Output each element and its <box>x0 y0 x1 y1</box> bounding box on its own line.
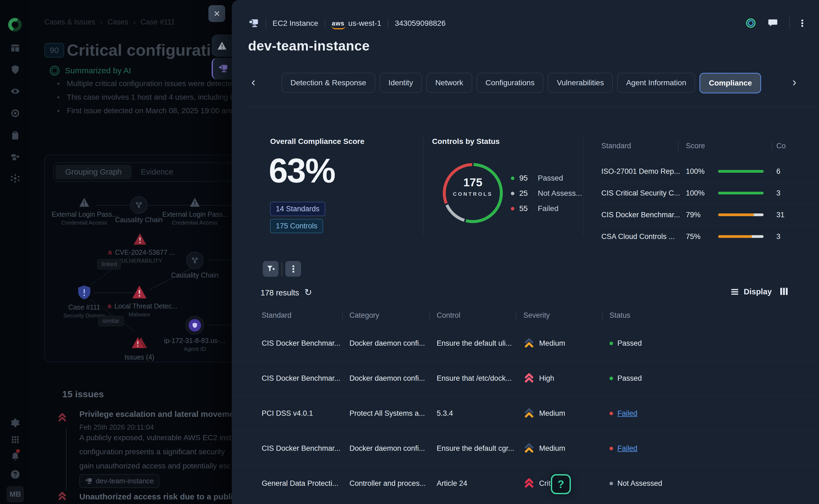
status-dot <box>610 342 613 345</box>
legend-item-failed: 55Failed <box>511 204 559 213</box>
breadcrumb-cases-issues[interactable]: Cases & Issues <box>44 18 95 26</box>
app-logo[interactable] <box>8 18 22 31</box>
results-count: 178 results <box>260 288 299 297</box>
warning-triangle-icon[interactable] <box>189 197 200 207</box>
standards-col-score: Score <box>686 142 705 150</box>
asset-drawer: EC2 Instance aws us-west-1 343059098826 … <box>232 0 819 504</box>
controls-table: Standard Category Control Severity Statu… <box>232 305 819 501</box>
col-status[interactable]: Status <box>610 311 819 320</box>
asset-tab-bar: ‹ Detection & Response Identity Network … <box>232 73 819 92</box>
ai-rings-icon[interactable] <box>745 18 756 29</box>
tabs-scroll-right-icon[interactable]: › <box>792 76 796 88</box>
table-row[interactable]: CIS Docker Benchmar... Docker daemon con… <box>232 361 819 396</box>
score-progress-bar <box>718 192 764 194</box>
tab-configurations[interactable]: Configurations <box>477 73 544 93</box>
divider <box>281 262 282 276</box>
failed-link[interactable]: Failed <box>617 409 638 418</box>
agent-node-icon[interactable] <box>186 316 204 335</box>
tab-detection-response[interactable]: Detection & Response <box>281 73 375 93</box>
tab-grouping-graph[interactable]: Grouping Graph <box>55 165 131 179</box>
settings-gear-icon[interactable] <box>9 417 21 429</box>
case-shield-icon[interactable] <box>77 285 92 300</box>
issue-title[interactable]: Privilege escalation and lateral movemen… <box>79 409 254 419</box>
columns-button[interactable] <box>780 287 788 297</box>
apps-grid-icon[interactable] <box>9 433 21 446</box>
sidebar-item-detection[interactable] <box>9 107 21 119</box>
asset-title: dev-team-instance <box>248 38 370 54</box>
more-options-kebab-icon[interactable] <box>801 19 803 28</box>
side-tab-asset[interactable] <box>212 58 233 80</box>
divider <box>789 17 790 29</box>
threat-triangle-icon[interactable] <box>131 285 147 299</box>
sidebar-item-inventory[interactable] <box>9 151 21 163</box>
severity-chevrons-icon <box>523 338 535 349</box>
graph-node-label: Issues (4) <box>107 353 172 361</box>
table-row[interactable]: CIS Docker Benchmar... Docker daemon con… <box>232 431 819 466</box>
graph-node-sublabel: Agent ID <box>162 346 227 352</box>
status-dot <box>610 377 613 380</box>
col-category[interactable]: Category <box>349 311 437 320</box>
causality-chain-icon[interactable] <box>186 252 203 269</box>
standards-count-badge[interactable]: 14 Standards <box>270 202 325 216</box>
sidebar-item-boards[interactable] <box>9 42 21 54</box>
table-row[interactable]: General Data Protecti... Controller and … <box>232 466 819 501</box>
summary-bullet: This case involves 1 host and 4 users, i… <box>57 93 247 102</box>
divider <box>265 18 266 28</box>
sidebar-item-cluster[interactable] <box>9 172 21 185</box>
tab-evidence[interactable]: Evidence <box>138 165 176 179</box>
causality-chain-icon[interactable] <box>130 196 147 214</box>
add-filter-button[interactable] <box>263 261 278 277</box>
close-drawer-button[interactable]: ✕ <box>208 5 225 22</box>
graph-node-sublabel: Credential Access <box>162 219 227 226</box>
tab-network[interactable]: Network <box>427 73 472 93</box>
standards-row[interactable]: CSA Cloud Controls ... 75% 3 <box>601 226 819 247</box>
help-icon[interactable] <box>9 468 21 481</box>
monitor-icon <box>218 64 228 73</box>
sidebar-item-visibility[interactable] <box>9 85 21 97</box>
col-standard[interactable]: Standard <box>262 311 349 320</box>
table-row[interactable]: CIS Docker Benchmar... Docker daemon con… <box>232 326 819 361</box>
side-tab-alerts[interactable] <box>212 34 232 57</box>
tabs-scroll-left-icon[interactable]: ‹ <box>251 76 255 88</box>
failed-link[interactable]: Failed <box>617 444 638 453</box>
refresh-icon[interactable]: ↻ <box>304 287 312 298</box>
summary-bullet: Multiple critical configuration issues w… <box>57 79 236 88</box>
issues-triangles-icon[interactable] <box>131 335 148 350</box>
standards-row[interactable]: ISO-27001 Demo Rep... 100% 6 <box>601 160 819 182</box>
col-control[interactable]: Control <box>437 311 523 320</box>
tab-vulnerabilities[interactable]: Vulnerabilities <box>548 73 613 93</box>
user-avatar[interactable]: MB <box>7 486 24 502</box>
severity-chevrons-icon <box>523 408 535 419</box>
issue-title[interactable]: Unauthorized access risk due to a public… <box>79 492 251 501</box>
warning-triangle-icon[interactable] <box>79 197 90 207</box>
resource-type-label: EC2 Instance <box>272 19 318 28</box>
resource-chip[interactable]: dev-team-instance <box>79 474 159 488</box>
breadcrumb-separator: › <box>133 18 136 26</box>
breadcrumb: Cases & Issues › Cases › Case #111 <box>44 18 175 26</box>
standards-row[interactable]: CIS Docker Benchmar... 79% 31 <box>601 204 819 226</box>
notifications-bell-icon[interactable] <box>9 450 21 463</box>
col-severity[interactable]: Severity <box>523 311 610 320</box>
monitor-icon <box>248 18 259 28</box>
display-button[interactable]: Display <box>731 287 772 296</box>
graph-node-label: Local Threat Detec... <box>107 302 172 310</box>
breadcrumb-case-111[interactable]: Case #111 <box>140 18 175 26</box>
table-row[interactable]: PCI DSS v4.0.1 Protect All Systems a... … <box>232 396 819 431</box>
sidebar-item-risks[interactable] <box>9 63 21 76</box>
score-progress-bar <box>718 170 764 173</box>
controls-count-badge[interactable]: 175 Controls <box>270 219 323 233</box>
vulnerability-triangle-icon[interactable] <box>133 233 147 245</box>
chat-icon[interactable] <box>768 18 778 28</box>
notification-badge <box>16 449 20 453</box>
tab-compliance[interactable]: Compliance <box>699 73 761 93</box>
divider <box>584 135 584 236</box>
tab-identity[interactable]: Identity <box>379 73 422 93</box>
region-label: us-west-1 <box>348 19 381 28</box>
sidebar-item-compliance[interactable] <box>9 129 21 141</box>
filter-options-kebab-button[interactable] <box>285 261 301 277</box>
standards-row[interactable]: CIS Critical Security C... 100% 3 <box>601 182 819 204</box>
case-score-badge: 90 <box>44 43 64 58</box>
breadcrumb-cases[interactable]: Cases <box>108 18 128 26</box>
tab-agent-information[interactable]: Agent Information <box>617 73 695 93</box>
account-id-label: 343059098826 <box>395 19 446 28</box>
